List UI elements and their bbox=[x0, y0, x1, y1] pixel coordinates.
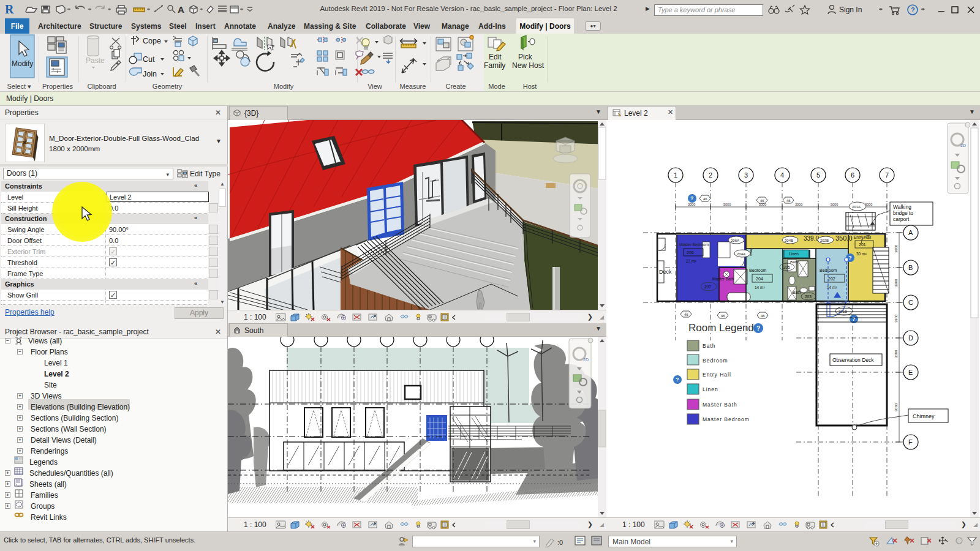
svg-text:3: 3 bbox=[744, 171, 748, 179]
svg-text:?: ? bbox=[756, 325, 760, 332]
svg-text:3000: 3000 bbox=[795, 203, 802, 206]
svg-text:Bedroom: Bedroom bbox=[749, 268, 767, 272]
svg-text:Bath: Bath bbox=[703, 343, 716, 349]
svg-text:201A: 201A bbox=[852, 205, 861, 209]
svg-text:207: 207 bbox=[704, 285, 711, 289]
svg-text:R: R bbox=[5, 2, 14, 16]
svg-text:204A: 204A bbox=[737, 252, 745, 256]
svg-text:Bath: Bath bbox=[790, 260, 797, 264]
svg-text:2D: 2D bbox=[960, 143, 966, 148]
svg-text:B: B bbox=[908, 264, 913, 271]
svg-text:Pick: Pick bbox=[518, 53, 533, 61]
svg-text:Deck: Deck bbox=[659, 269, 672, 275]
svg-text:1: 1 bbox=[674, 171, 677, 179]
svg-text:Cut: Cut bbox=[143, 55, 155, 64]
svg-text:6: 6 bbox=[851, 171, 854, 179]
svg-text:?: ? bbox=[848, 255, 852, 261]
svg-text:3900: 3900 bbox=[894, 314, 898, 323]
svg-text:Room Legend: Room Legend bbox=[688, 322, 754, 334]
svg-text:?: ? bbox=[852, 316, 856, 322]
svg-text:350.0: 350.0 bbox=[835, 234, 853, 242]
svg-text:Bedroom: Bedroom bbox=[703, 358, 728, 364]
svg-text:5000: 5000 bbox=[723, 203, 731, 206]
svg-text:Observation Deck: Observation Deck bbox=[832, 357, 874, 363]
svg-text:206A: 206A bbox=[731, 239, 739, 242]
svg-text:carport: carport bbox=[893, 216, 910, 222]
svg-text:F: F bbox=[908, 438, 913, 446]
svg-text:9000: 9000 bbox=[894, 403, 898, 411]
svg-text:Master Bath: Master Bath bbox=[712, 277, 734, 281]
svg-text:Family: Family bbox=[484, 61, 505, 70]
svg-text:46: 46 bbox=[786, 199, 791, 203]
svg-text:30 m²: 30 m² bbox=[856, 252, 867, 256]
svg-text:Cope: Cope bbox=[143, 37, 161, 45]
svg-text:7: 7 bbox=[885, 171, 889, 179]
svg-text:3000: 3000 bbox=[894, 244, 898, 253]
svg-text:46: 46 bbox=[684, 313, 688, 317]
svg-text:204B: 204B bbox=[785, 239, 793, 242]
svg-text:Paste: Paste bbox=[86, 56, 105, 65]
svg-text:201: 201 bbox=[859, 242, 866, 247]
svg-text:27 m²: 27 m² bbox=[686, 259, 696, 263]
svg-text:bridge to: bridge to bbox=[893, 210, 913, 216]
svg-text:46: 46 bbox=[761, 314, 765, 318]
svg-text:14 m²: 14 m² bbox=[827, 285, 837, 290]
svg-text:D: D bbox=[908, 334, 913, 342]
svg-text:202: 202 bbox=[828, 277, 835, 281]
svg-text:?: ? bbox=[690, 195, 694, 201]
svg-text:206: 206 bbox=[687, 250, 694, 255]
svg-text:Linen: Linen bbox=[703, 386, 718, 392]
svg-text:Linen: Linen bbox=[789, 252, 799, 256]
svg-text:3900: 3900 bbox=[894, 279, 898, 287]
svg-text:Entry Hall: Entry Hall bbox=[703, 372, 731, 378]
svg-text:?: ? bbox=[911, 6, 915, 13]
svg-text:E: E bbox=[908, 369, 913, 376]
svg-text:2: 2 bbox=[709, 171, 712, 179]
svg-text:?: ? bbox=[676, 377, 679, 383]
svg-text:Modify: Modify bbox=[12, 59, 33, 68]
svg-text:205: 205 bbox=[783, 265, 790, 269]
svg-text:2D: 2D bbox=[583, 358, 589, 362]
svg-text:A: A bbox=[178, 4, 184, 15]
svg-text:A: A bbox=[908, 229, 913, 236]
svg-text:14 m²: 14 m² bbox=[755, 285, 765, 290]
svg-text:3000: 3000 bbox=[894, 350, 898, 358]
svg-text:Join: Join bbox=[143, 70, 157, 78]
svg-text:202B: 202B bbox=[820, 239, 829, 242]
svg-text:203: 203 bbox=[805, 294, 812, 299]
svg-text:5000: 5000 bbox=[831, 203, 838, 206]
svg-text:5: 5 bbox=[816, 171, 820, 179]
svg-text:46: 46 bbox=[721, 314, 725, 318]
svg-text::0: :0 bbox=[557, 539, 563, 546]
svg-text:Entry Hall: Entry Hall bbox=[854, 235, 872, 240]
svg-text:Master Bedroom: Master Bedroom bbox=[703, 416, 750, 422]
svg-text:Master Bath: Master Bath bbox=[703, 402, 737, 408]
svg-text:Walking: Walking bbox=[893, 204, 911, 210]
svg-text:New Host: New Host bbox=[512, 61, 545, 70]
svg-text:Bath: Bath bbox=[793, 290, 801, 294]
svg-text:46: 46 bbox=[703, 197, 707, 201]
svg-text:Master Bedroom: Master Bedroom bbox=[679, 242, 709, 247]
svg-text:Edit: Edit bbox=[489, 53, 502, 61]
svg-text:204: 204 bbox=[756, 277, 763, 281]
svg-text:46: 46 bbox=[760, 199, 764, 203]
svg-text:Sign In: Sign In bbox=[839, 6, 862, 14]
svg-text:339.0: 339.0 bbox=[804, 235, 819, 242]
svg-text:Chimney: Chimney bbox=[913, 413, 935, 419]
svg-text:3000: 3000 bbox=[688, 203, 695, 206]
svg-text:C: C bbox=[908, 299, 913, 306]
svg-text:4: 4 bbox=[780, 171, 784, 179]
